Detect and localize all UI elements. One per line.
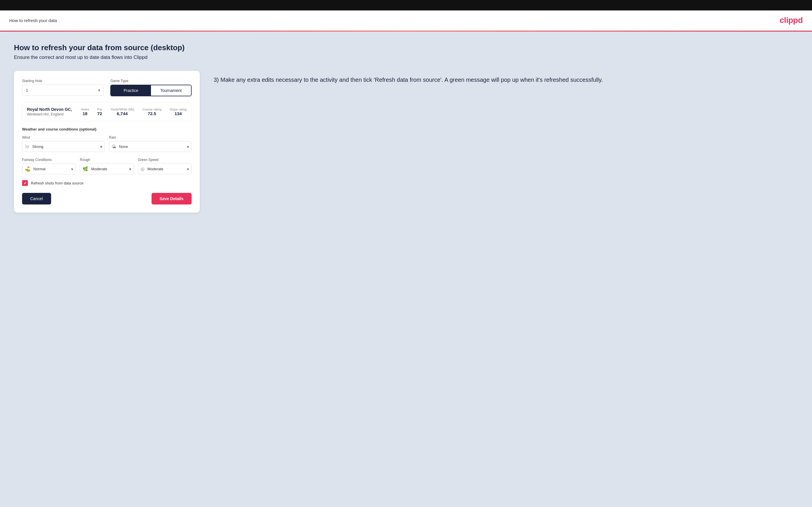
rain-select-wrapper: 🌤 None Light Heavy ▾ [109,141,192,152]
content-layout: Starting Hole 1 10 ▾ Game Type Practice … [14,71,798,213]
course-info: Royal North Devon GC, Westward Ho!, Engl… [27,107,72,116]
tournament-button[interactable]: Tournament [151,85,191,96]
button-row: Cancel Save Details [22,193,192,205]
refresh-checkbox[interactable] [22,180,28,186]
save-details-button[interactable]: Save Details [152,193,192,205]
slope-label: Slope rating [169,108,187,111]
header-title: How to refresh your data [9,18,57,23]
fairway-arrow: ▾ [71,167,73,171]
par-label: Par [97,108,102,111]
green-speed-select[interactable]: Moderate Slow Fast [146,164,185,174]
practice-button[interactable]: Practice [111,85,151,96]
rain-label: Rain [109,135,192,139]
rough-label: Rough [80,158,134,162]
green-speed-group: Green Speed ◎ Moderate Slow Fast ▾ [138,158,192,174]
rain-select[interactable]: None Light Heavy [118,142,185,152]
cancel-button[interactable]: Cancel [22,193,51,205]
rough-arrow: ▾ [129,167,131,171]
green-speed-icon: ◎ [141,166,145,172]
logo: clippd [780,16,803,25]
course-stats: Holes 18 Par 72 Yards/White (M)) 6,744 C… [81,108,187,116]
stat-par: Par 72 [97,108,102,116]
conditions-wind-rain: Wind 🌬 Strong None Light Moderate ▾ Rain [22,135,192,152]
main-content: How to refresh your data from source (de… [0,32,812,507]
wind-icon: 🌬 [25,144,29,149]
holes-value: 18 [81,111,89,116]
yards-value: 6,744 [110,111,134,116]
fairway-icon: ⛳ [25,166,31,172]
page-subheading: Ensure the correct and most up to date d… [14,55,798,60]
course-location: Westward Ho!, England [27,112,72,116]
rough-group: Rough 🌿 Moderate Light Heavy ▾ [80,158,134,174]
top-bar [0,0,812,10]
yards-label: Yards/White (M)) [110,108,134,111]
game-type-toggle: Practice Tournament [110,85,192,96]
game-type-label: Game Type [110,79,192,83]
course-rating-label: Course rating [142,108,161,111]
rain-icon: 🌤 [111,144,116,149]
slope-value: 134 [169,111,187,116]
wind-group: Wind 🌬 Strong None Light Moderate ▾ [22,135,105,152]
form-row-top: Starting Hole 1 10 ▾ Game Type Practice … [22,79,192,96]
rough-select[interactable]: Moderate Light Heavy [90,164,127,174]
wind-arrow: ▾ [100,145,102,149]
stat-yards: Yards/White (M)) 6,744 [110,108,134,116]
rain-arrow: ▾ [187,145,189,149]
page-heading: How to refresh your data from source (de… [14,43,798,52]
stat-slope: Slope rating 134 [169,108,187,116]
par-value: 72 [97,111,102,116]
starting-hole-select-wrapper: 1 10 ▾ [22,85,103,96]
fairway-select[interactable]: Normal Firm Soft [32,164,69,174]
course-name: Royal North Devon GC, [27,107,72,112]
stat-holes: Holes 18 [81,108,89,116]
green-speed-label: Green Speed [138,158,192,162]
holes-label: Holes [81,108,89,111]
form-panel: Starting Hole 1 10 ▾ Game Type Practice … [14,71,200,213]
rough-icon: 🌿 [83,166,88,172]
fairway-select-wrapper: ⛳ Normal Firm Soft ▾ [22,164,76,174]
wind-select[interactable]: Strong None Light Moderate [31,142,98,152]
fairway-label: Fairway Conditions [22,158,76,162]
conditions-title: Weather and course conditions (optional) [22,127,192,131]
wind-select-wrapper: 🌬 Strong None Light Moderate ▾ [22,141,105,152]
fairway-group: Fairway Conditions ⛳ Normal Firm Soft ▾ [22,158,76,174]
conditions-fairway-rough-green: Fairway Conditions ⛳ Normal Firm Soft ▾ … [22,158,192,174]
green-speed-select-wrapper: ◎ Moderate Slow Fast ▾ [138,164,192,174]
stat-course-rating: Course rating 72.5 [142,108,161,116]
rain-group: Rain 🌤 None Light Heavy ▾ [109,135,192,152]
course-rating-value: 72.5 [142,111,161,116]
header: How to refresh your data clippd [0,10,812,31]
game-type-group: Game Type Practice Tournament [110,79,192,96]
refresh-checkbox-row: Refresh shots from data source [22,180,192,186]
course-card: Royal North Devon GC, Westward Ho!, Engl… [22,102,192,121]
refresh-label: Refresh shots from data source [31,181,83,185]
wind-label: Wind [22,135,105,139]
side-description: 3) Make any extra edits necessary to the… [214,71,798,84]
rough-select-wrapper: 🌿 Moderate Light Heavy ▾ [80,164,134,174]
green-speed-arrow: ▾ [187,167,189,171]
side-description-text: 3) Make any extra edits necessary to the… [214,75,798,84]
starting-hole-label: Starting Hole [22,79,103,83]
starting-hole-group: Starting Hole 1 10 ▾ [22,79,103,96]
starting-hole-select[interactable]: 1 10 [22,85,103,96]
